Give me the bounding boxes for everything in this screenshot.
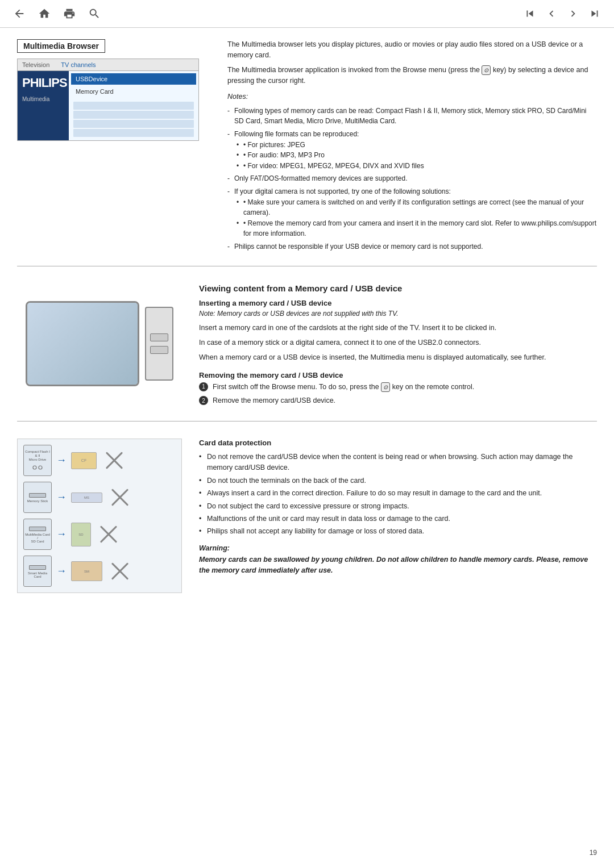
card-x-sd bbox=[96, 521, 121, 547]
card-row-sd: MultiMedia Card /SD Card → SD bbox=[23, 519, 176, 550]
tv-side-panel bbox=[145, 307, 173, 381]
insert-note: Note: Memory cards or USB devices are no… bbox=[199, 310, 597, 318]
tv-slot-1 bbox=[150, 333, 168, 341]
bullet-1: Do not remove the card/USB device when t… bbox=[199, 452, 597, 474]
step1-num: 1 bbox=[199, 382, 208, 391]
tv-menu-col1: Television bbox=[22, 61, 49, 68]
philips-logo: PHILIPS bbox=[22, 76, 64, 90]
browse-key-2: ⊙ bbox=[381, 382, 390, 392]
skip-fwd-icon[interactable] bbox=[587, 6, 603, 22]
card-arrow-ms: → bbox=[56, 491, 67, 503]
note-sub-jpeg: • For pictures: JPEG bbox=[234, 140, 597, 151]
section2-right: Viewing content from a Memory card / USB… bbox=[199, 283, 597, 410]
svg-point-0 bbox=[33, 466, 36, 469]
card-arrow-sm: → bbox=[56, 565, 67, 577]
next-icon[interactable] bbox=[565, 6, 581, 22]
note-item-1: Following types of memory cards can be r… bbox=[227, 106, 597, 127]
card-row-ms: Memory Stick → MS bbox=[23, 482, 176, 513]
card-x-ms bbox=[107, 485, 132, 510]
insert-body2: In case of a memory stick or a digital c… bbox=[199, 337, 597, 348]
note-sub-video: • For video: MPEG1, MPEG2, MPEG4, DIVX a… bbox=[234, 161, 597, 172]
remove-step-2: 2 Remove the memory card/USB device. bbox=[199, 395, 597, 406]
viewing-content-section: Viewing content from a Memory card / USB… bbox=[17, 283, 597, 422]
step1-text: First switch off the Browse menu. To do … bbox=[213, 382, 474, 393]
section1-left: Multimedia Browser Television TV channel… bbox=[17, 39, 210, 254]
note-item-5: Philips cannot be responsible if your US… bbox=[227, 241, 597, 252]
nav-right bbox=[522, 6, 603, 22]
device-ms: Memory Stick bbox=[23, 482, 52, 513]
notes-list: Following types of memory cards can be r… bbox=[227, 106, 597, 252]
device-cf: Compact Flash I & IIMicro Drive bbox=[23, 445, 52, 476]
back-icon[interactable] bbox=[11, 6, 27, 22]
section1-right: The Multimedia browser lets you display … bbox=[227, 39, 597, 254]
card-x-sm bbox=[107, 558, 132, 584]
tv-menu-left-panel: PHILIPS Multimedia bbox=[18, 71, 69, 140]
bullet-2: Do not touch the terminals on the back o… bbox=[199, 475, 597, 486]
tv-screen bbox=[26, 301, 139, 386]
tv-menu-row4 bbox=[73, 129, 194, 137]
notes-label: Notes: bbox=[227, 91, 597, 102]
home-icon[interactable] bbox=[36, 6, 52, 22]
page-content: Multimedia Browser Television TV channel… bbox=[0, 28, 614, 616]
card-row-sm: Smart MediaCard → SM bbox=[23, 556, 176, 587]
multimedia-browser-section: Multimedia Browser Television TV channel… bbox=[17, 39, 597, 266]
tv-menu-body: PHILIPS Multimedia USBDevice Memory Card bbox=[18, 71, 198, 140]
tv-menu-usb: USBDevice bbox=[71, 73, 196, 85]
tv-menu-memcard: Memory Card bbox=[71, 86, 196, 97]
tv-menu-rows bbox=[71, 101, 196, 138]
protection-bullets: Do not remove the card/USB device when t… bbox=[199, 452, 597, 537]
note-item-2: Following file formats can be reproduced… bbox=[227, 129, 597, 171]
print-icon[interactable] bbox=[61, 6, 77, 22]
tv-menu-row1 bbox=[73, 102, 194, 110]
slot-hole-ms bbox=[29, 493, 46, 498]
tv-menu-header: Television TV channels bbox=[18, 59, 198, 71]
card-x-cf bbox=[101, 448, 127, 473]
step2-text: Remove the memory card/USB device. bbox=[213, 395, 335, 406]
card-slots-illustration: Compact Flash I & IIMicro Drive → CF bbox=[17, 439, 182, 593]
tv-menu-mockup: Television TV channels PHILIPS Multimedi… bbox=[17, 59, 199, 141]
card-img-ms: MS bbox=[71, 493, 102, 503]
section3-left: Compact Flash I & IIMicro Drive → CF bbox=[17, 439, 182, 593]
browse-key: ⊙ bbox=[482, 65, 491, 76]
top-navigation bbox=[0, 0, 614, 28]
tv-menu-multimedia: Multimedia bbox=[22, 96, 64, 102]
slot-hole-sd bbox=[29, 527, 46, 531]
note-sub-audio: • For audio: MP3, MP3 Pro bbox=[234, 150, 597, 161]
protection-heading: Card data protection bbox=[199, 439, 597, 447]
step2-num: 2 bbox=[199, 396, 208, 405]
tv-menu-row3 bbox=[73, 120, 194, 128]
desc1: The Multimedia browser lets you display … bbox=[227, 39, 597, 61]
prev-icon[interactable] bbox=[544, 6, 559, 22]
card-img-sd: SD bbox=[71, 523, 91, 546]
card-arrow-cf: → bbox=[56, 454, 67, 466]
tv-menu-right-panel: USBDevice Memory Card bbox=[69, 71, 198, 140]
warning-label: Warning: bbox=[199, 544, 597, 552]
insert-heading: Inserting a memory card / USB device bbox=[199, 299, 597, 307]
tv-menu-row2 bbox=[73, 111, 194, 119]
card-row-cf: Compact Flash I & IIMicro Drive → CF bbox=[23, 445, 176, 476]
bullet-4: Do not subject the card to excessive pre… bbox=[199, 501, 597, 512]
note-sub-cam2: • Remove the memory card from your camer… bbox=[234, 218, 597, 239]
nav-left bbox=[11, 6, 102, 22]
note-sub-cam1: • Make sure your camera is switched on a… bbox=[234, 197, 597, 218]
viewing-heading: Viewing content from a Memory card / USB… bbox=[199, 283, 597, 293]
skip-back-icon[interactable] bbox=[522, 6, 538, 22]
card-img-sm: SM bbox=[71, 561, 102, 581]
note-item-4: If your digital camera is not supported,… bbox=[227, 186, 597, 239]
search-icon[interactable] bbox=[86, 6, 102, 22]
device-sd: MultiMedia Card /SD Card bbox=[23, 519, 52, 550]
note-item-3: Only FAT/DOS-formatted memory devices ar… bbox=[227, 173, 597, 184]
card-arrow-sd: → bbox=[56, 528, 67, 540]
warning-block: Warning: Memory cards can be swallowed b… bbox=[199, 544, 597, 577]
card-protection-section: Compact Flash I & IIMicro Drive → CF bbox=[17, 439, 597, 593]
bullet-3: Always insert a card in the correct dire… bbox=[199, 488, 597, 499]
remove-heading: Removing the memory card / USB device bbox=[199, 371, 597, 379]
insert-body3: When a memory card or a USB device is in… bbox=[199, 352, 597, 363]
insert-body1: Insert a memory card in one of the cards… bbox=[199, 322, 597, 333]
tv-slot-2 bbox=[150, 346, 168, 354]
page-number: 19 bbox=[590, 849, 597, 857]
desc2: The Multimedia browser application is in… bbox=[227, 65, 597, 87]
bullet-5: Malfunctions of the unit or card may res… bbox=[199, 514, 597, 524]
svg-point-1 bbox=[39, 466, 42, 469]
remove-step-1: 1 First switch off the Browse menu. To d… bbox=[199, 382, 597, 393]
